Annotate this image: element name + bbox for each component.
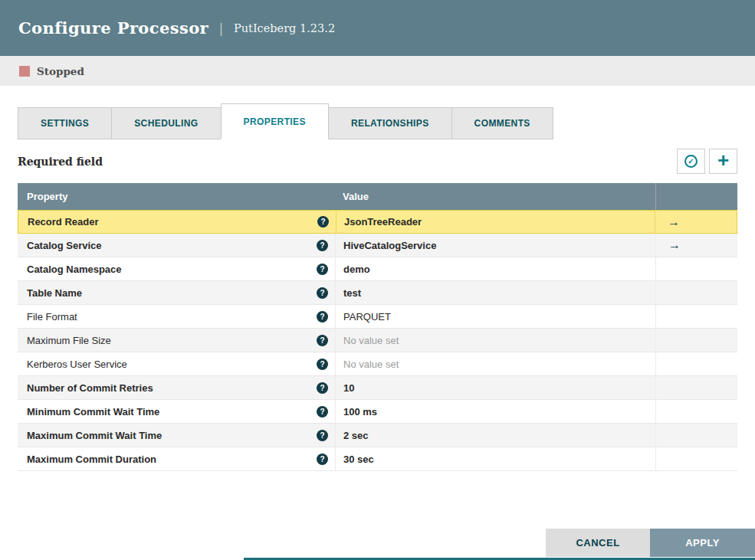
help-icon[interactable]: ? <box>317 382 328 394</box>
property-value[interactable]: 30 sec <box>335 447 655 470</box>
column-header-actions <box>655 183 737 210</box>
table-row[interactable]: Record Reader ? JsonTreeReader → <box>18 210 737 234</box>
stopped-status-icon <box>19 66 30 77</box>
help-icon[interactable]: ? <box>317 240 328 251</box>
help-icon[interactable]: ? <box>317 430 328 441</box>
tab-settings[interactable]: SETTINGS <box>18 107 112 139</box>
add-property-button[interactable]: + <box>709 149 737 174</box>
go-to-service-icon[interactable]: → <box>668 215 680 229</box>
table-row[interactable]: File Format ? PARQUET → <box>18 305 737 329</box>
go-to-service-icon[interactable]: → <box>668 238 681 252</box>
footer-actions: CANCEL APPLY <box>546 529 755 557</box>
property-cell: File Format ? <box>18 305 335 328</box>
property-name: File Format <box>27 311 77 323</box>
actions-cell: → <box>655 211 737 233</box>
property-name: Kerberos User Service <box>27 359 127 370</box>
plus-icon: + <box>717 150 729 170</box>
property-value[interactable]: HiveCatalogService <box>335 234 655 257</box>
property-value[interactable]: No value set <box>335 352 655 375</box>
help-icon[interactable]: ? <box>317 311 328 323</box>
toolbar-buttons: ✓ + <box>677 149 737 174</box>
tab-comments[interactable]: COMMENTS <box>451 107 553 139</box>
dialog-title: Configure Processor <box>18 18 208 38</box>
tab-relationships[interactable]: RELATIONSHIPS <box>328 107 452 139</box>
property-name: Minimum Commit Wait Time <box>27 406 159 418</box>
property-value[interactable]: demo <box>335 257 655 280</box>
property-cell: Table Name ? <box>18 281 335 304</box>
actions-cell: → <box>655 424 737 447</box>
help-icon[interactable]: ? <box>317 264 328 275</box>
property-name: Maximum File Size <box>27 335 111 346</box>
properties-table: Property Value Record Reader ? JsonTreeR… <box>18 183 737 471</box>
tab-properties[interactable]: PROPERTIES <box>221 103 329 139</box>
property-value[interactable]: 10 <box>335 376 655 399</box>
property-name: Maximum Commit Wait Time <box>27 430 162 441</box>
actions-cell: → <box>655 281 737 304</box>
property-cell: Catalog Namespace ? <box>18 257 335 280</box>
property-value[interactable]: JsonTreeReader <box>336 211 655 233</box>
verify-properties-button[interactable]: ✓ <box>677 149 705 174</box>
property-cell: Maximum Commit Wait Time ? <box>18 424 335 447</box>
title-separator: | <box>219 20 223 37</box>
property-name: Number of Commit Retries <box>27 382 153 394</box>
property-name: Record Reader <box>28 216 98 228</box>
help-icon[interactable]: ? <box>317 454 328 465</box>
property-value[interactable]: 100 ms <box>335 400 655 423</box>
configure-processor-dialog: Configure Processor | PutIceberg 1.23.2 … <box>0 0 755 560</box>
table-row[interactable]: Kerberos User Service ? No value set → <box>18 352 737 376</box>
property-value[interactable]: 2 sec <box>335 424 655 447</box>
dialog-header: Configure Processor | PutIceberg 1.23.2 <box>0 0 755 56</box>
table-row[interactable]: Minimum Commit Wait Time ? 100 ms → <box>18 400 737 424</box>
actions-cell: → <box>655 352 737 375</box>
table-row[interactable]: Maximum Commit Duration ? 30 sec → <box>18 447 737 471</box>
status-bar: Stopped <box>0 56 755 86</box>
table-row[interactable]: Maximum Commit Wait Time ? 2 sec → <box>18 424 737 447</box>
property-value[interactable]: test <box>335 281 655 304</box>
required-field-label: Required field <box>18 156 103 168</box>
actions-cell: → <box>655 234 737 257</box>
property-name: Catalog Namespace <box>27 264 122 275</box>
table-row[interactable]: Number of Commit Retries ? 10 → <box>18 376 737 400</box>
property-name: Table Name <box>27 287 82 299</box>
tab-scheduling[interactable]: SCHEDULING <box>111 107 221 139</box>
table-row[interactable]: Maximum File Size ? No value set → <box>18 329 737 352</box>
actions-cell: → <box>655 376 737 399</box>
table-header: Property Value <box>18 183 737 210</box>
actions-cell: → <box>655 447 737 470</box>
property-cell: Record Reader ? <box>18 211 336 233</box>
property-cell: Maximum Commit Duration ? <box>18 447 335 470</box>
table-row[interactable]: Table Name ? test → <box>18 281 737 305</box>
actions-cell: → <box>655 305 737 328</box>
property-cell: Number of Commit Retries ? <box>18 376 335 399</box>
table-row[interactable]: Catalog Service ? HiveCatalogService → <box>18 234 737 257</box>
actions-cell: → <box>655 329 737 352</box>
actions-cell: → <box>655 257 737 280</box>
apply-button[interactable]: APPLY <box>650 529 755 557</box>
property-cell: Minimum Commit Wait Time ? <box>18 400 335 423</box>
help-icon[interactable]: ? <box>317 359 328 370</box>
column-header-property: Property <box>18 183 335 210</box>
property-value[interactable]: PARQUET <box>335 305 655 328</box>
property-cell: Maximum File Size ? <box>18 329 335 352</box>
properties-table-body: Record Reader ? JsonTreeReader → Catalog… <box>18 210 737 471</box>
column-header-value: Value <box>335 183 655 210</box>
tab-bar: SETTINGSSCHEDULINGPROPERTIESRELATIONSHIP… <box>18 103 737 139</box>
properties-toolbar: Required field ✓ + <box>18 139 737 183</box>
help-icon[interactable]: ? <box>317 335 328 346</box>
help-icon[interactable]: ? <box>317 406 328 418</box>
property-cell: Kerberos User Service ? <box>18 352 335 375</box>
help-icon[interactable]: ? <box>317 216 329 228</box>
actions-cell: → <box>655 400 737 423</box>
help-icon[interactable]: ? <box>317 287 328 299</box>
dialog-content: SETTINGSSCHEDULINGPROPERTIESRELATIONSHIP… <box>0 86 755 471</box>
property-value[interactable]: No value set <box>335 329 655 352</box>
check-circle-icon: ✓ <box>684 155 698 168</box>
property-cell: Catalog Service ? <box>18 234 335 257</box>
property-name: Catalog Service <box>27 240 102 251</box>
processor-name-version: PutIceberg 1.23.2 <box>234 22 335 34</box>
status-label: Stopped <box>37 65 84 77</box>
table-row[interactable]: Catalog Namespace ? demo → <box>18 257 737 281</box>
property-name: Maximum Commit Duration <box>27 454 156 465</box>
cancel-button[interactable]: CANCEL <box>546 529 650 557</box>
